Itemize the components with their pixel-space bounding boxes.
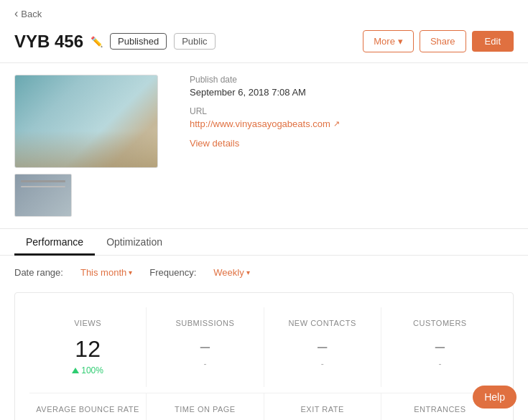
stats-bottom-grid: AVERAGE BOUNCE RATE 91.67% TIME ON PAGE … [29, 393, 499, 420]
publish-date-label: Publish date [190, 75, 514, 85]
header-actions: More ▾ Share Edit [363, 30, 514, 52]
public-badge[interactable]: Public [174, 33, 215, 50]
stat-new-contacts-sub: - [270, 359, 375, 369]
stat-views-label: VIEWS [35, 319, 140, 327]
edit-button[interactable]: Edit [472, 31, 514, 52]
external-link-icon: ↗ [333, 119, 340, 129]
date-range-selector[interactable]: This month [80, 267, 132, 278]
stat-submissions-sub: - [152, 359, 257, 369]
back-row: Back [0, 0, 528, 23]
publish-date-value: September 6, 2018 7:08 AM [190, 87, 514, 98]
stat-customers-value: – [387, 336, 493, 356]
content-area: Publish date September 6, 2018 7:08 AM U… [0, 63, 528, 229]
url-label: URL [190, 106, 514, 116]
stats-top-grid: VIEWS 12 100% SUBMISSIONS – - NEW CONTAC… [29, 307, 499, 387]
url-link[interactable]: http://www.vinyasayogabeats.com ↗ [190, 118, 514, 129]
stat-avg-bounce: AVERAGE BOUNCE RATE 91.67% [29, 393, 147, 420]
preview-section [14, 75, 172, 217]
stat-submissions-label: SUBMISSIONS [152, 319, 257, 327]
filter-row: Date range: This month Frequency: Weekly [14, 267, 514, 278]
tab-optimization-label: Optimization [106, 236, 162, 248]
share-button[interactable]: Share [420, 30, 466, 52]
meta-section: Publish date September 6, 2018 7:08 AM U… [190, 75, 514, 217]
page-title: VYB 456 [14, 32, 83, 52]
stat-views-pct: 100% [81, 365, 103, 375]
performance-section: Date range: This month Frequency: Weekly… [0, 256, 528, 420]
frequency-selector[interactable]: Weekly [213, 267, 249, 278]
url-text: http://www.vinyasayogabeats.com [190, 118, 330, 129]
page-preview-thumbnail [14, 174, 72, 217]
stats-container: VIEWS 12 100% SUBMISSIONS – - NEW CONTAC… [14, 292, 514, 420]
stat-new-contacts-label: NEW CONTACTS [270, 319, 375, 327]
header-section: VYB 456 ✏️ Published Public More ▾ Share… [0, 23, 528, 63]
help-button[interactable]: Help [473, 386, 517, 409]
page-preview-main [14, 75, 158, 168]
stat-views-change: 100% [35, 365, 140, 375]
back-link[interactable]: Back [14, 7, 514, 20]
published-badge[interactable]: Published [110, 33, 167, 50]
back-label: Back [21, 9, 42, 19]
stat-views: VIEWS 12 100% [29, 307, 147, 387]
tabs-bar: Performance Optimization [0, 229, 528, 256]
stat-customers: CUSTOMERS – - [381, 307, 499, 387]
stat-views-value: 12 [35, 336, 140, 363]
tab-performance-label: Performance [26, 236, 83, 248]
frequency-label: Frequency: [149, 267, 196, 278]
stat-customers-sub: - [387, 359, 493, 369]
stat-exit-rate-label: EXIT RATE [270, 405, 375, 414]
stat-submissions-value: – [152, 336, 257, 356]
stat-time-on-page-label: TIME ON PAGE [152, 405, 257, 414]
stat-customers-label: CUSTOMERS [387, 319, 493, 327]
tab-performance[interactable]: Performance [14, 229, 95, 256]
preview-image [15, 75, 157, 167]
view-details-link[interactable]: View details [190, 138, 514, 149]
stat-avg-bounce-label: AVERAGE BOUNCE RATE [35, 405, 140, 414]
stat-new-contacts-value: – [270, 336, 375, 356]
stat-time-on-page: TIME ON PAGE 37 seconds [147, 393, 264, 420]
stat-new-contacts: NEW CONTACTS – - [264, 307, 381, 387]
edit-pencil-icon[interactable]: ✏️ [91, 36, 103, 47]
stat-exit-rate: EXIT RATE 91.67% [264, 393, 381, 420]
chevron-down-icon: ▾ [398, 36, 403, 47]
more-button[interactable]: More ▾ [363, 30, 414, 52]
stat-submissions: SUBMISSIONS – - [147, 307, 264, 387]
date-range-label: Date range: [14, 267, 63, 278]
header-left: VYB 456 ✏️ Published Public [14, 32, 216, 52]
trend-up-icon [72, 368, 79, 373]
tab-optimization[interactable]: Optimization [95, 229, 174, 256]
